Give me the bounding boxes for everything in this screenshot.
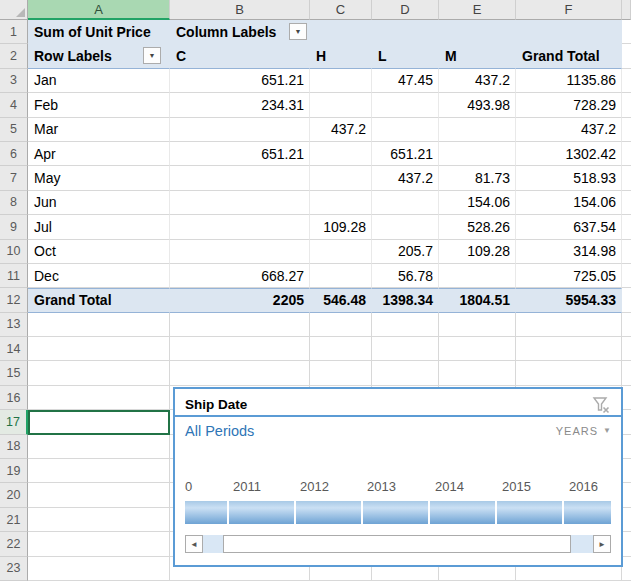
cell-C11[interactable] xyxy=(310,264,372,288)
cell-A20[interactable] xyxy=(28,483,170,507)
cell-B12[interactable]: 2205 xyxy=(170,288,310,312)
timeline-segment-0[interactable] xyxy=(185,501,227,524)
cell-C12[interactable]: 546.48 xyxy=(310,288,372,312)
scrollbar-track-left[interactable] xyxy=(203,535,223,553)
scrollbar-track-right[interactable] xyxy=(571,535,593,553)
row-header-20[interactable]: 20 xyxy=(0,483,28,507)
cell-16[interactable] xyxy=(622,386,631,410)
cell-C4[interactable] xyxy=(310,93,372,117)
cell-F14[interactable] xyxy=(516,337,622,361)
row-header-1[interactable]: 1 xyxy=(0,20,28,44)
cell-14[interactable] xyxy=(622,337,631,361)
cell-A4[interactable]: Feb xyxy=(28,93,170,117)
cell-5[interactable] xyxy=(622,118,631,142)
cell-A10[interactable]: Oct xyxy=(28,240,170,264)
cell-D1[interactable] xyxy=(372,20,439,44)
row-labels-filter-dropdown[interactable]: ▼ xyxy=(143,47,161,64)
cell-E1[interactable] xyxy=(439,20,516,44)
cell-2[interactable] xyxy=(622,44,631,68)
column-header-F[interactable]: F xyxy=(516,0,622,20)
clear-filter-icon[interactable] xyxy=(591,395,611,415)
cell-A16[interactable] xyxy=(28,386,170,410)
cell-E2[interactable]: M xyxy=(439,44,516,68)
cell-F12[interactable]: 5954.33 xyxy=(516,288,622,312)
cell-D11[interactable]: 56.78 xyxy=(372,264,439,288)
cell-F4[interactable]: 728.29 xyxy=(516,93,622,117)
row-header-7[interactable]: 7 xyxy=(0,166,28,190)
cell-C3[interactable] xyxy=(310,69,372,93)
cell-4[interactable] xyxy=(622,93,631,117)
cell-E13[interactable] xyxy=(439,313,516,337)
cell-B1[interactable]: Column Labels▼ xyxy=(170,20,310,44)
cell-B14[interactable] xyxy=(170,337,310,361)
cell-C7[interactable] xyxy=(310,166,372,190)
cell-C15[interactable] xyxy=(310,361,372,385)
cell-23[interactable] xyxy=(622,557,631,581)
cell-B9[interactable] xyxy=(170,215,310,239)
select-all-corner[interactable] xyxy=(0,0,28,20)
cell-A8[interactable]: Jun xyxy=(28,191,170,215)
cell-D4[interactable] xyxy=(372,93,439,117)
cell-F5[interactable]: 437.2 xyxy=(516,118,622,142)
cell-D12[interactable]: 1398.34 xyxy=(372,288,439,312)
row-header-21[interactable]: 21 xyxy=(0,508,28,532)
cell-C5[interactable]: 437.2 xyxy=(310,118,372,142)
cell-F3[interactable]: 1135.86 xyxy=(516,69,622,93)
cell-D9[interactable] xyxy=(372,215,439,239)
cell-C6[interactable] xyxy=(310,142,372,166)
cell-A22[interactable] xyxy=(28,532,170,556)
cell-E4[interactable]: 493.98 xyxy=(439,93,516,117)
cell-B2[interactable]: C xyxy=(170,44,310,68)
cell-13[interactable] xyxy=(622,313,631,337)
cell-E11[interactable] xyxy=(439,264,516,288)
cell-B8[interactable] xyxy=(170,191,310,215)
cell-22[interactable] xyxy=(622,532,631,556)
scrollbar-thumb[interactable] xyxy=(223,535,571,553)
cell-A7[interactable]: May xyxy=(28,166,170,190)
cell-E14[interactable] xyxy=(439,337,516,361)
cell-A18[interactable] xyxy=(28,435,170,459)
cell-F2[interactable]: Grand Total xyxy=(516,44,622,68)
cell-C8[interactable] xyxy=(310,191,372,215)
cell-D13[interactable] xyxy=(372,313,439,337)
timeline-segment-5[interactable] xyxy=(497,501,562,524)
cell-E6[interactable] xyxy=(439,142,516,166)
column-header-E[interactable]: E xyxy=(439,0,516,20)
cell-D15[interactable] xyxy=(372,361,439,385)
cell-F11[interactable]: 725.05 xyxy=(516,264,622,288)
cell-F10[interactable]: 314.98 xyxy=(516,240,622,264)
row-header-15[interactable]: 15 xyxy=(0,361,28,385)
cell-18[interactable] xyxy=(622,435,631,459)
cell-E10[interactable]: 109.28 xyxy=(439,240,516,264)
cell-8[interactable] xyxy=(622,191,631,215)
cell-C13[interactable] xyxy=(310,313,372,337)
cell-A21[interactable] xyxy=(28,508,170,532)
cell-E12[interactable]: 1804.51 xyxy=(439,288,516,312)
row-header-5[interactable]: 5 xyxy=(0,118,28,142)
cell-D8[interactable] xyxy=(372,191,439,215)
cell-E9[interactable]: 528.26 xyxy=(439,215,516,239)
row-header-19[interactable]: 19 xyxy=(0,459,28,483)
cell-A13[interactable] xyxy=(28,313,170,337)
cell-A14[interactable] xyxy=(28,337,170,361)
scroll-left-button[interactable]: ◄ xyxy=(185,535,203,553)
cell-F9[interactable]: 637.54 xyxy=(516,215,622,239)
cell-A23[interactable] xyxy=(28,557,170,581)
cell-3[interactable] xyxy=(622,69,631,93)
column-header-sliver[interactable] xyxy=(622,0,631,20)
row-header-11[interactable]: 11 xyxy=(0,264,28,288)
cell-C14[interactable] xyxy=(310,337,372,361)
cell-B7[interactable] xyxy=(170,166,310,190)
cell-B3[interactable]: 651.21 xyxy=(170,69,310,93)
cell-B13[interactable] xyxy=(170,313,310,337)
cell-B11[interactable]: 668.27 xyxy=(170,264,310,288)
timeline-segment-6[interactable] xyxy=(564,501,611,524)
cell-F15[interactable] xyxy=(516,361,622,385)
cell-7[interactable] xyxy=(622,166,631,190)
cell-D2[interactable]: L xyxy=(372,44,439,68)
cell-D7[interactable]: 437.2 xyxy=(372,166,439,190)
cell-11[interactable] xyxy=(622,264,631,288)
cell-F1[interactable] xyxy=(516,20,622,44)
cell-B6[interactable]: 651.21 xyxy=(170,142,310,166)
cell-A5[interactable]: Mar xyxy=(28,118,170,142)
